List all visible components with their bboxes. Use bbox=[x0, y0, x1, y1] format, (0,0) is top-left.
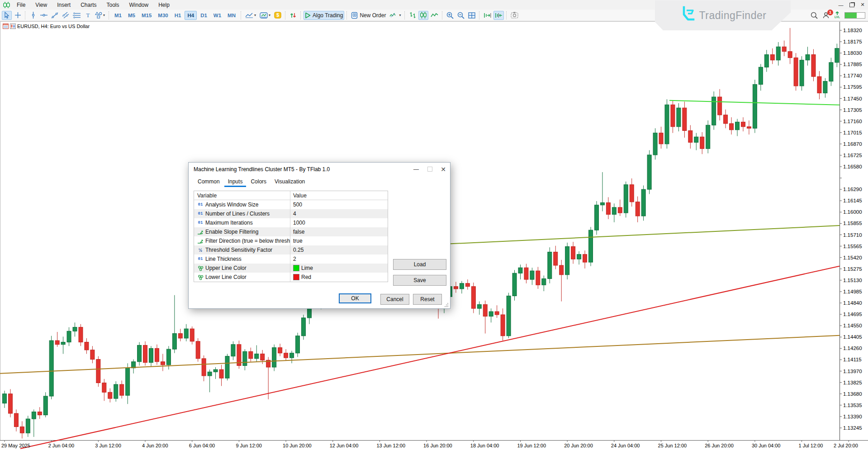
load-button[interactable]: Load bbox=[393, 259, 446, 270]
candle-body bbox=[249, 351, 253, 359]
auto-shift-button[interactable] bbox=[493, 11, 504, 20]
menu-item-help[interactable]: Help bbox=[153, 1, 175, 9]
equidistant-channel-button[interactable] bbox=[61, 11, 71, 20]
menu-item-view[interactable]: View bbox=[30, 1, 52, 9]
candle-body bbox=[706, 125, 710, 149]
toolbar-separator bbox=[241, 11, 242, 19]
menu-item-insert[interactable]: Insert bbox=[52, 1, 76, 9]
screenshot-button[interactable] bbox=[509, 11, 520, 20]
lower-goldenrod-trendline[interactable] bbox=[0, 336, 840, 374]
chart-type-dropdown-arrow-icon[interactable]: ▾ bbox=[254, 13, 256, 17]
param-value[interactable]: 1000 bbox=[293, 220, 305, 226]
dialog-tab-visualization[interactable]: Visualization bbox=[271, 177, 308, 187]
chart-type-button[interactable]: ▾ bbox=[244, 11, 257, 20]
menu-item-file[interactable]: File bbox=[12, 1, 30, 9]
text-label-button[interactable]: T bbox=[83, 11, 93, 20]
candle-body bbox=[489, 312, 493, 316]
param-name: Maximum Iterations bbox=[205, 220, 253, 226]
window-restore-button[interactable] bbox=[846, 0, 857, 10]
timeframe-m5-button[interactable]: M5 bbox=[125, 11, 138, 20]
cursor-button[interactable] bbox=[2, 11, 12, 20]
price-axis-label: 1.15130 bbox=[843, 278, 862, 283]
menu-item-charts[interactable]: Charts bbox=[76, 1, 101, 9]
ok-button[interactable]: OK bbox=[339, 293, 371, 303]
vertical-line-button[interactable] bbox=[28, 11, 38, 20]
fibo-lines-button[interactable] bbox=[71, 11, 82, 20]
depth-of-market-button[interactable]: ▾ bbox=[388, 11, 402, 20]
save-button[interactable]: Save bbox=[393, 275, 446, 286]
param-value[interactable]: false bbox=[293, 229, 304, 235]
notifications-icon[interactable]: 1 bbox=[822, 12, 830, 19]
timeframe-m30-button[interactable]: M30 bbox=[155, 11, 171, 20]
param-row[interactable]: Filter Direction (true = below threshold… bbox=[194, 236, 388, 245]
crosshair-button[interactable] bbox=[13, 11, 23, 20]
param-row[interactable]: 01Line Thickness2 bbox=[194, 254, 388, 264]
search-icon[interactable] bbox=[811, 12, 818, 19]
param-value[interactable]: 500 bbox=[293, 202, 302, 208]
dialog-tab-common[interactable]: Common bbox=[194, 177, 223, 187]
zoom-in-button[interactable] bbox=[445, 11, 455, 20]
param-row[interactable]: Lower Line ColorRed bbox=[194, 273, 388, 282]
dialog-tab-colors[interactable]: Colors bbox=[247, 177, 270, 187]
candle-body bbox=[143, 345, 147, 362]
candle-body bbox=[120, 384, 124, 395]
line-chart-button[interactable] bbox=[429, 11, 440, 20]
indicators-button[interactable]: ▾ bbox=[258, 11, 272, 20]
shapes-button[interactable]: ▾ bbox=[94, 11, 106, 20]
param-row[interactable]: ½Threshold Sensitivity Factor0.25 bbox=[194, 245, 388, 254]
timeframe-d1-button[interactable]: D1 bbox=[198, 11, 210, 20]
param-value[interactable]: 0.25 bbox=[293, 247, 304, 253]
param-row[interactable]: 01Maximum Iterations1000 bbox=[194, 218, 388, 227]
menu-item-window[interactable]: Window bbox=[124, 1, 154, 9]
dialog-minimize-button[interactable]: — bbox=[409, 163, 423, 176]
algo-trading-button[interactable]: Algo Trading bbox=[304, 11, 344, 20]
price-axis-label: 1.15565 bbox=[843, 244, 862, 249]
param-value[interactable]: Lime bbox=[301, 265, 313, 271]
dialog-close-button[interactable]: ✕ bbox=[436, 163, 450, 176]
param-value[interactable]: 4 bbox=[293, 211, 296, 217]
param-value[interactable]: true bbox=[293, 238, 303, 244]
level-icon[interactable]: LVL bbox=[835, 11, 840, 19]
shapes-dropdown-arrow-icon[interactable]: ▾ bbox=[103, 13, 105, 17]
param-type-int-icon: 01 bbox=[196, 211, 204, 216]
candle-body bbox=[524, 268, 528, 279]
window-close-button[interactable]: ✕ bbox=[857, 0, 868, 10]
param-value[interactable]: 2 bbox=[293, 256, 296, 262]
param-name: Filter Direction (true = below threshold… bbox=[205, 238, 290, 244]
zoom-out-button[interactable] bbox=[456, 11, 466, 20]
depth-of-market-dropdown-arrow-icon[interactable]: ▾ bbox=[399, 13, 401, 17]
chart-area[interactable]: 1.183201.181751.180301.178851.177401.175… bbox=[0, 21, 868, 451]
tick-arrows-button[interactable] bbox=[288, 11, 298, 20]
param-value[interactable]: Red bbox=[301, 274, 311, 280]
timeframe-m15-button[interactable]: M15 bbox=[139, 11, 154, 20]
new-order-button[interactable]: New Order bbox=[350, 11, 387, 20]
dialog-maximize-button[interactable] bbox=[423, 163, 436, 176]
dialog-tabs: CommonInputsColorsVisualization bbox=[189, 176, 450, 187]
param-row[interactable]: 01Analysis Window Size500 bbox=[194, 200, 388, 209]
tile-windows-button[interactable] bbox=[467, 11, 477, 20]
horizontal-line-button[interactable] bbox=[39, 11, 49, 20]
dialog-title-bar[interactable]: Machine Learning Trendlines Cluster MT5 … bbox=[189, 163, 450, 176]
timeframe-m1-button[interactable]: M1 bbox=[112, 11, 124, 20]
window-minimize-button[interactable]: — bbox=[835, 0, 846, 10]
candles-chart-button[interactable] bbox=[418, 11, 428, 20]
indicators-dropdown-arrow-icon[interactable]: ▾ bbox=[269, 13, 270, 17]
dialog-resize-grip[interactable] bbox=[444, 302, 449, 307]
timeframe-h1-button[interactable]: H1 bbox=[172, 11, 184, 20]
candle-body bbox=[26, 419, 30, 433]
one-click-trading-button[interactable]: $ bbox=[273, 11, 283, 20]
reset-button[interactable]: Reset bbox=[413, 294, 442, 305]
bars-chart-button[interactable] bbox=[408, 11, 417, 20]
timeframe-h4-button[interactable]: H4 bbox=[185, 11, 197, 20]
cancel-button[interactable]: Cancel bbox=[380, 294, 409, 305]
menu-item-tools[interactable]: Tools bbox=[102, 1, 124, 9]
param-row[interactable]: Upper Line ColorLime bbox=[194, 264, 388, 273]
dialog-tab-inputs[interactable]: Inputs bbox=[224, 177, 247, 187]
param-row[interactable]: 01Number of Lines / Clusters4 bbox=[194, 209, 388, 218]
timeframe-w1-button[interactable]: W1 bbox=[211, 11, 224, 20]
param-row[interactable]: Enable Slope Filteringfalse bbox=[194, 227, 388, 236]
timeframe-mn-button[interactable]: MN bbox=[225, 11, 238, 20]
trendline-button[interactable] bbox=[50, 11, 60, 20]
candle-body bbox=[225, 356, 229, 378]
shift-end-button[interactable] bbox=[482, 11, 493, 20]
